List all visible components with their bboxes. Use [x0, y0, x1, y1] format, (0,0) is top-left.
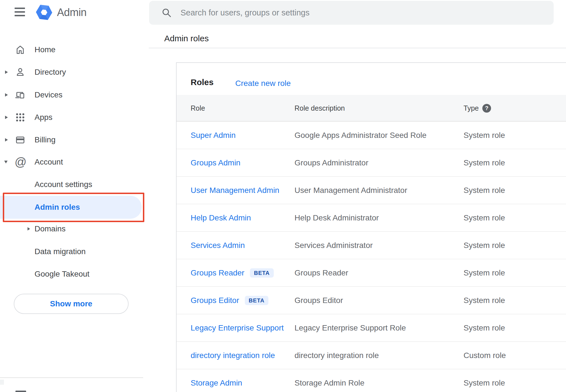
role-description: Groups Administrator [295, 158, 368, 167]
admin-logo[interactable]: Admin [36, 4, 86, 20]
credit-card-icon [15, 134, 26, 145]
role-link[interactable]: Groups Editor [191, 296, 239, 305]
sidebar-item-apps[interactable]: Apps [0, 108, 149, 126]
role-description: Google Apps Administrator Seed Role [295, 131, 426, 140]
home-icon [15, 44, 26, 55]
role-type: System role [464, 241, 505, 250]
sidebar-item-label: Domains [35, 224, 65, 233]
role-link[interactable]: Legacy Enterprise Support [191, 323, 284, 332]
role-link[interactable]: directory integration role [191, 351, 275, 360]
sidebar-item-data-migration[interactable]: Data migration [0, 244, 149, 259]
sidebar-item-label: Admin roles [35, 203, 80, 212]
role-type: System role [464, 131, 505, 140]
admin-console-screen: Admin Home Directory Devices [0, 0, 566, 392]
role-description: Groups Editor [295, 296, 343, 305]
role-description: Help Desk Administrator [295, 213, 379, 222]
sidebar-footer-divider [0, 377, 143, 378]
scrollbar-fragment [0, 380, 4, 385]
help-icon[interactable]: ? [482, 104, 491, 113]
sidebar-item-domains[interactable]: Domains [0, 221, 149, 237]
search-bar[interactable] [149, 1, 554, 25]
menu-hamburger-icon[interactable] [15, 8, 25, 16]
roles-panel: Roles Create new role Role Role descript… [176, 62, 566, 392]
column-header-description: Role description [295, 104, 345, 112]
chevron-right-icon[interactable] [28, 227, 30, 231]
header-divider [149, 48, 566, 48]
chevron-right-icon[interactable] [5, 138, 8, 142]
create-new-role-link[interactable]: Create new role [235, 79, 291, 88]
role-type: System role [464, 296, 505, 305]
table-row: directory integration role directory int… [177, 342, 566, 369]
column-header-role: Role [191, 104, 205, 112]
role-link[interactable]: Help Desk Admin [191, 213, 251, 222]
chevron-right-icon[interactable] [5, 93, 8, 97]
role-type: System role [464, 268, 505, 277]
chevron-right-icon[interactable] [5, 70, 8, 74]
sidebar-item-label: Billing [35, 135, 56, 144]
show-more-label: Show more [50, 299, 92, 308]
sidebar-item-label: Account settings [35, 180, 92, 189]
chevron-right-icon[interactable] [5, 116, 8, 119]
table-row: User Management Admin User Management Ad… [177, 177, 566, 204]
admin-hexagon-icon [36, 4, 52, 20]
sidebar-item-label: Data migration [35, 247, 86, 256]
role-link[interactable]: Super Admin [191, 131, 236, 140]
sidebar-item-label: Account [35, 158, 63, 167]
role-link[interactable]: User Management Admin [191, 186, 279, 195]
breadcrumb: Admin roles [164, 34, 209, 43]
search-input[interactable] [181, 1, 540, 25]
role-link[interactable]: Services Admin [191, 241, 245, 250]
table-row: Storage Admin Storage Admin Role System … [177, 369, 566, 392]
table-row: Help Desk Admin Help Desk Administrator … [177, 204, 566, 232]
sidebar-item-devices[interactable]: Devices [0, 86, 149, 104]
role-type: System role [464, 213, 505, 222]
sidebar-item-label: Home [35, 45, 56, 54]
table-row: Groups Admin Groups Administrator System… [177, 149, 566, 177]
at-sign-icon: @ [15, 156, 26, 168]
sidebar-item-account-settings[interactable]: Account settings [0, 177, 149, 192]
table-row: Groups Reader BETA Groups Reader System … [177, 259, 566, 287]
beta-badge: BETA [245, 296, 268, 305]
role-type: Custom role [464, 351, 506, 360]
apps-grid-icon [15, 112, 26, 123]
sidebar-item-google-takeout[interactable]: Google Takeout [0, 266, 149, 282]
show-more-button[interactable]: Show more [14, 294, 129, 314]
person-icon [15, 67, 26, 78]
sidebar-item-label: Directory [35, 68, 66, 77]
role-description: Storage Admin Role [295, 379, 364, 388]
sidebar-item-directory[interactable]: Directory [0, 63, 149, 81]
table-row: Legacy Enterprise Support Legacy Enterpr… [177, 314, 566, 342]
roles-table-body: Super Admin Google Apps Administrator Se… [177, 122, 566, 392]
panel-title: Roles [191, 78, 214, 87]
role-link[interactable]: Storage Admin [191, 379, 242, 388]
role-type: System role [464, 186, 505, 195]
role-description: Groups Reader [295, 268, 348, 277]
devices-icon [15, 89, 26, 101]
sidebar-item-label: Apps [35, 113, 53, 122]
role-type: System role [464, 379, 505, 388]
role-link[interactable]: Groups Admin [191, 158, 240, 167]
search-icon [161, 8, 172, 19]
sidebar-item-billing[interactable]: Billing [0, 131, 149, 149]
table-row: Services Admin Services Administrator Sy… [177, 232, 566, 259]
sidebar-item-account[interactable]: @ Account [0, 153, 149, 171]
role-description: directory integration role [295, 351, 379, 360]
role-description: Legacy Enterprise Support Role [295, 323, 406, 332]
clipped-sidebar-icon [15, 391, 26, 392]
sidebar-item-label: Google Takeout [35, 270, 90, 279]
table-row: Super Admin Google Apps Administrator Se… [177, 122, 566, 149]
sidebar-item-admin-roles[interactable]: Admin roles [0, 199, 149, 215]
role-description: Services Administrator [295, 241, 373, 250]
role-description: User Management Administrator [295, 186, 407, 195]
table-header-row: Role Role description Type ? [177, 95, 566, 122]
beta-badge: BETA [250, 268, 273, 277]
table-row: Groups Editor BETA Groups Editor System … [177, 287, 566, 314]
role-type: System role [464, 323, 505, 332]
chevron-down-icon[interactable] [4, 161, 8, 163]
role-link[interactable]: Groups Reader [191, 268, 244, 277]
column-header-type: Type [464, 104, 479, 112]
sidebar-item-home[interactable]: Home [0, 41, 149, 59]
role-type: System role [464, 158, 505, 167]
admin-logo-text: Admin [57, 6, 86, 19]
sidebar-item-label: Devices [35, 90, 63, 99]
